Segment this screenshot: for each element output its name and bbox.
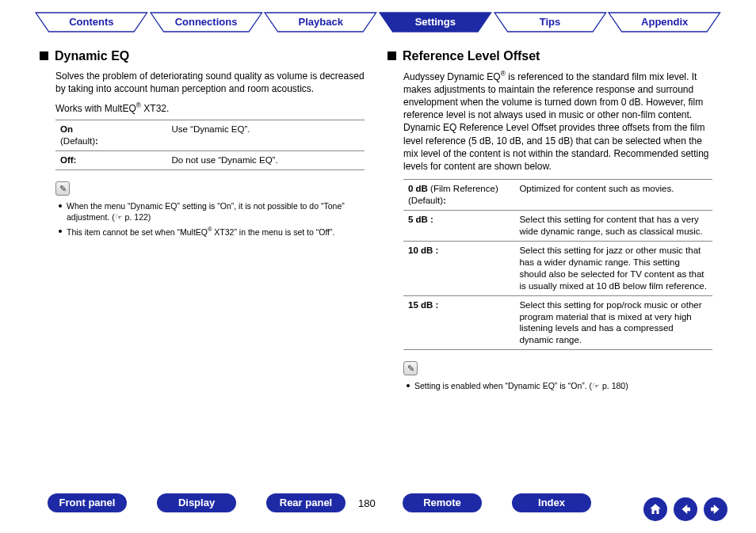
tab-label: Playback	[298, 11, 342, 32]
note-item: When the menu “Dynamic EQ” setting is “O…	[59, 200, 368, 223]
tab-connections[interactable]: Connections	[149, 11, 264, 36]
home-icon[interactable]	[643, 497, 667, 521]
refoffset-options-table: 0 dB (Film Reference) (Default): Optimiz…	[403, 179, 712, 350]
option-key: 10 dB :	[403, 241, 514, 295]
option-key: 0 dB (Film Reference) (Default):	[403, 180, 514, 211]
option-value: Select this setting for content that has…	[514, 210, 712, 241]
tab-playback[interactable]: Playback	[263, 11, 378, 36]
nav-icons	[643, 497, 727, 521]
rear-panel-button[interactable]: Rear panel	[266, 493, 346, 512]
notes-list: Setting is enabled when “Dynamic EQ” is …	[407, 380, 716, 391]
option-key: 15 dB :	[403, 295, 514, 350]
tab-label: Settings	[415, 11, 456, 32]
notes-list: When the menu “Dynamic EQ” setting is “O…	[59, 200, 368, 238]
tab-label: Contents	[69, 11, 113, 32]
option-value: Select this setting for pop/rock music o…	[514, 295, 712, 350]
tab-appendix[interactable]: Appendix	[607, 11, 722, 36]
section-heading-dyneq: Dynamic EQ	[40, 48, 368, 65]
remote-button[interactable]: Remote	[403, 493, 482, 512]
note-icon: ✎	[403, 361, 418, 375]
option-key: 5 dB :	[403, 210, 514, 241]
content-area: Dynamic EQ Solves the problem of deterio…	[40, 48, 716, 462]
option-value: Select this setting for jazz or other mu…	[514, 241, 712, 295]
works-with-line: Works with MultEQ® XT32.	[55, 101, 368, 115]
note-item: This item cannot be set when “MultEQ® XT…	[59, 226, 368, 238]
tab-settings[interactable]: Settings	[378, 11, 493, 36]
tab-label: Appendix	[641, 11, 688, 32]
heading-text: Reference Level Offset	[403, 48, 540, 65]
option-value: Use “Dynamic EQ”.	[166, 120, 365, 151]
square-bullet-icon	[388, 51, 396, 60]
display-button[interactable]: Display	[157, 493, 236, 512]
bottom-bar: Front panel Display Rear panel 180 Remot…	[0, 487, 756, 519]
square-bullet-icon	[40, 51, 48, 60]
section-heading-refoffset: Reference Level Offset	[388, 48, 716, 65]
page-number: 180	[358, 497, 376, 509]
heading-text: Dynamic EQ	[55, 48, 129, 65]
index-button[interactable]: Index	[512, 493, 591, 512]
dyneq-options-table: On (Default): Use “Dynamic EQ”. Off: Do …	[55, 120, 365, 170]
option-value: Optimized for content such as movies.	[514, 180, 712, 211]
table-row: 0 dB (Film Reference) (Default): Optimiz…	[403, 180, 712, 211]
refoffset-description: Audyssey Dynamic EQ® is referenced to th…	[403, 70, 716, 173]
prev-page-icon[interactable]	[674, 497, 697, 521]
front-panel-button[interactable]: Front panel	[48, 493, 127, 512]
tab-tips[interactable]: Tips	[493, 11, 608, 36]
table-row: Off: Do not use “Dynamic EQ”.	[55, 151, 365, 170]
option-key: Off:	[55, 151, 166, 170]
table-row: 15 dB : Select this setting for pop/rock…	[403, 295, 712, 350]
tab-contents[interactable]: Contents	[34, 11, 149, 36]
table-row: 10 dB : Select this setting for jazz or …	[403, 241, 712, 295]
option-value: Do not use “Dynamic EQ”.	[166, 151, 365, 170]
tab-label: Connections	[175, 11, 238, 32]
note-item: Setting is enabled when “Dynamic EQ” is …	[407, 380, 716, 391]
left-column: Dynamic EQ Solves the problem of deterio…	[40, 48, 368, 462]
table-row: 5 dB : Select this setting for content t…	[403, 210, 712, 241]
right-column: Reference Level Offset Audyssey Dynamic …	[388, 48, 716, 462]
table-row: On (Default): Use “Dynamic EQ”.	[55, 120, 365, 151]
next-page-icon[interactable]	[704, 497, 727, 521]
top-tabs: Contents Connections Playback Settings T…	[34, 11, 722, 36]
tab-label: Tips	[540, 11, 561, 32]
dyneq-description: Solves the problem of deteriorating soun…	[55, 70, 368, 95]
option-key: On (Default):	[55, 120, 166, 151]
note-icon: ✎	[55, 181, 70, 196]
